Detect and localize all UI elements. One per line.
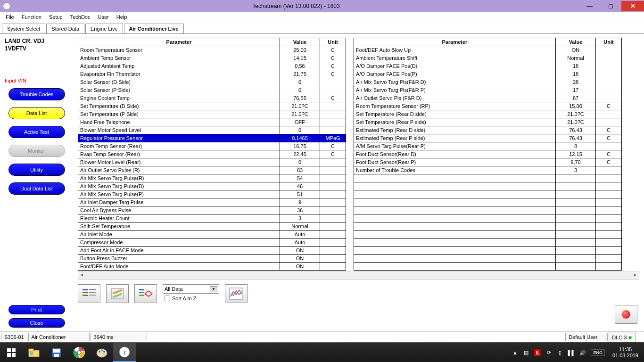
tab-air-conditioner-live[interactable]: Air Conditioner Live (124, 24, 184, 34)
tray-clock[interactable]: 11:35 01.03.2019 (610, 346, 641, 359)
right-data-table[interactable]: Parameter Value Unit Foot/DEF Auto Blow … (354, 38, 622, 271)
table-row[interactable]: A/M Servo Targ Pulse(Rear P)8 (354, 142, 622, 150)
table-row[interactable]: Air Mix Servo Targ Pls(F&R D)28 (354, 78, 622, 86)
header-value-2[interactable]: Value (556, 38, 596, 46)
table-row[interactable]: Estimated Temp (Rear D side)76,43C (354, 126, 622, 134)
tray-language[interactable]: ENG (591, 349, 605, 356)
table-row[interactable]: Ambient Temp Sensor14,15C (78, 54, 346, 62)
table-row[interactable]: Engine Coolant Temp76,55C (78, 94, 346, 102)
tray-e-icon[interactable]: E (534, 349, 541, 356)
horizontal-scrollbar[interactable] (78, 272, 639, 280)
table-row[interactable]: Foot/DEF Auto Blow UpON (354, 46, 622, 54)
filter-select[interactable]: All Data (163, 284, 219, 294)
menu-function[interactable]: Function (18, 13, 45, 21)
table-row[interactable]: Regulator Pressure Sensor0,1465MPaG (78, 134, 346, 142)
header-parameter[interactable]: Parameter (78, 38, 280, 46)
table-row[interactable]: Blower Motor Level (Rear)0 (78, 158, 346, 166)
view-list2-button[interactable] (106, 284, 129, 303)
table-row[interactable]: Cool Air Bypass Pulse36 (78, 206, 346, 214)
table-row[interactable]: Air Outlet Servo Pulse (R)83 (78, 166, 346, 174)
tray-volume-icon[interactable]: 🔊 (579, 349, 586, 356)
table-row[interactable]: Air Inlet Damper Targ Pulse9 (78, 198, 346, 206)
table-row[interactable]: Adjusted Ambient Temp0,56C (78, 62, 346, 70)
graph-button[interactable] (225, 284, 248, 303)
task-explorer[interactable] (23, 343, 45, 362)
sort-checkbox-input[interactable] (165, 296, 170, 301)
resize-grip[interactable] (636, 333, 643, 341)
table-row[interactable]: Air Mix Servo Targ Pulse(R)54 (78, 174, 346, 182)
header-unit[interactable]: Unit (320, 38, 346, 46)
table-row[interactable]: Ambient Temperature ShiftNormal (354, 54, 622, 62)
menu-techdoc[interactable]: TechDoc (66, 13, 94, 21)
table-row[interactable]: Foot/DEF Auto ModeON (78, 263, 346, 271)
task-paint[interactable] (91, 343, 113, 362)
table-row[interactable]: Electric Heater Count3 (78, 214, 346, 222)
view-list3-button[interactable] (134, 284, 157, 303)
table-row[interactable]: Set Temperature (D Side)21.0?C (78, 102, 346, 110)
close-panel-button[interactable]: Close (8, 318, 65, 328)
table-row[interactable]: Estimated Temp (Rear P side)76,43C (354, 134, 622, 142)
minimize-button[interactable]: — (579, 1, 600, 11)
menu-file[interactable]: File (2, 13, 18, 21)
sort-checkbox[interactable]: Sort A to Z (163, 296, 219, 301)
table-row[interactable]: Shift Set TemperatureNormal (78, 222, 346, 230)
utility-button[interactable]: Utility (8, 164, 65, 176)
table-row[interactable]: Air Mix Servo Targ Pls(F&R P)17 (354, 86, 622, 94)
input-vin-label[interactable]: Input VIN (5, 78, 68, 83)
table-row[interactable]: Evap Temp Sensor (Rear)22,45C (78, 150, 346, 158)
table-row[interactable]: Room Temperature Sensor (RP)15,00C (354, 102, 622, 110)
tray-network-icon[interactable]: ▌▌ (568, 349, 575, 356)
table-row[interactable]: Set Temperature (Rear D side)21.0?C (354, 110, 622, 118)
table-row[interactable]: Room Temperature Sensor25,00C (78, 46, 346, 54)
dual-data-list-button[interactable]: Dual Data List (8, 182, 65, 195)
table-row[interactable]: Set Temperature (P Side)21.0?C (78, 110, 346, 118)
left-data-table[interactable]: Parameter Value Unit Room Temperature Se… (78, 38, 346, 271)
table-row[interactable]: Air Mix Servo Targ Pulse(D)46 (78, 182, 346, 190)
menu-user[interactable]: User (94, 13, 112, 21)
task-techstream[interactable]: t (113, 343, 136, 362)
table-row[interactable]: Foot Duct Sensor(Rear P)9,70C (354, 158, 622, 166)
table-row[interactable]: Solar Sensor (D Side)0 (78, 78, 346, 86)
print-button[interactable]: Print (8, 305, 65, 314)
table-row[interactable]: Number of Trouble Codes3 (354, 166, 622, 174)
table-row[interactable]: A/O Damper FACE Pos(P)18 (354, 70, 622, 78)
header-parameter-2[interactable]: Parameter (354, 38, 556, 46)
table-row[interactable]: Air Mix Servo Targ Pulse(P)51 (78, 190, 346, 198)
tab-engine-live[interactable]: Engine Live (85, 24, 123, 33)
task-save-icon[interactable] (45, 343, 68, 362)
table-row[interactable]: Compressor ModeAuto (78, 239, 346, 247)
start-button[interactable] (0, 343, 23, 362)
table-row[interactable]: Button Press BuzzerON (78, 255, 346, 263)
table-row[interactable]: Air Outlet Servo Pls (F&R D)67 (354, 94, 622, 102)
table-row[interactable]: Room Temp Sensor (Rear)16,75C (78, 142, 346, 150)
active-test-button[interactable]: Active Test (8, 126, 65, 138)
menu-setup[interactable]: Setup (45, 13, 66, 21)
table-row[interactable]: Add Foot Air in FACE ModeON (78, 247, 346, 255)
table-row[interactable]: Hand Free TelephoneOFF (78, 118, 346, 126)
maximize-button[interactable]: ◻ (600, 1, 621, 11)
menu-help[interactable]: Help (113, 13, 131, 21)
trouble-codes-button[interactable]: Trouble Codes (8, 88, 65, 100)
tray-page-icon[interactable]: ▤ (523, 349, 529, 356)
view-list1-button[interactable] (78, 284, 100, 303)
tray-sync-icon[interactable]: ⟳ (545, 349, 552, 356)
tray-up-icon[interactable]: ▲ (512, 349, 518, 356)
table-row[interactable]: Air Inlet ModeAuto (78, 230, 346, 239)
data-list-button[interactable]: Data List (8, 107, 65, 119)
svg-rect-4 (89, 292, 96, 293)
record-button[interactable] (615, 305, 637, 324)
close-button[interactable]: ✕ (621, 1, 644, 11)
svg-rect-13 (7, 348, 11, 352)
table-row[interactable]: A/O Damper FACE Pos(D)18 (354, 62, 622, 70)
table-row[interactable]: Solar Sensor (P Side)0 (78, 86, 346, 94)
tab-stored-data[interactable]: Stored Data (46, 24, 84, 33)
header-value[interactable]: Value (280, 38, 320, 46)
tray-battery-icon[interactable]: ▯ (557, 349, 563, 356)
table-row[interactable]: Blower Motor Speed Level0 (78, 126, 346, 134)
table-row[interactable]: Evaporator Fin Thermistor21,75C (78, 70, 346, 78)
tab-system-select[interactable]: System Select (2, 24, 45, 33)
table-row[interactable]: Foot Duct Sensor(Rear D)12,15C (354, 150, 622, 158)
header-unit-2[interactable]: Unit (596, 38, 622, 46)
task-chrome[interactable] (68, 343, 91, 362)
table-row[interactable]: Set Temperature (Rear P side)21.0?C (354, 118, 622, 126)
